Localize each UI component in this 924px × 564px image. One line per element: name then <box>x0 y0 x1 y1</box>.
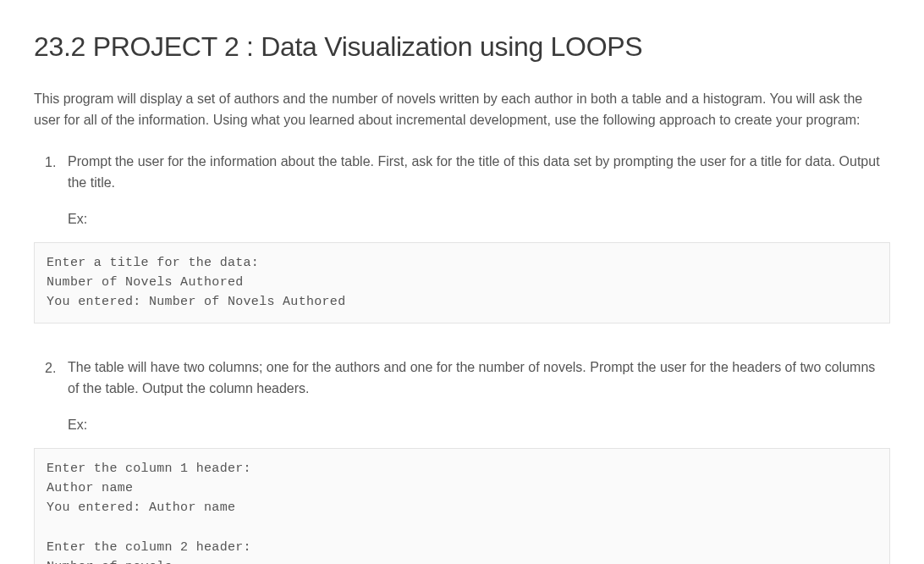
step-item: Prompt the user for the information abou… <box>34 152 890 323</box>
example-label: Ex: <box>68 414 890 436</box>
intro-paragraph: This program will display a set of autho… <box>34 89 890 131</box>
example-label: Ex: <box>68 208 890 230</box>
code-block: Enter the column 1 header: Author name Y… <box>34 448 890 564</box>
steps-list: Prompt the user for the information abou… <box>34 152 890 564</box>
step-item: The table will have two columns; one for… <box>34 357 890 564</box>
step-text: The table will have two columns; one for… <box>68 357 890 400</box>
step-text: Prompt the user for the information abou… <box>68 152 890 194</box>
code-block: Enter a title for the data: Number of No… <box>34 242 890 323</box>
page-title: 23.2 PROJECT 2 : Data Visualization usin… <box>34 25 890 69</box>
